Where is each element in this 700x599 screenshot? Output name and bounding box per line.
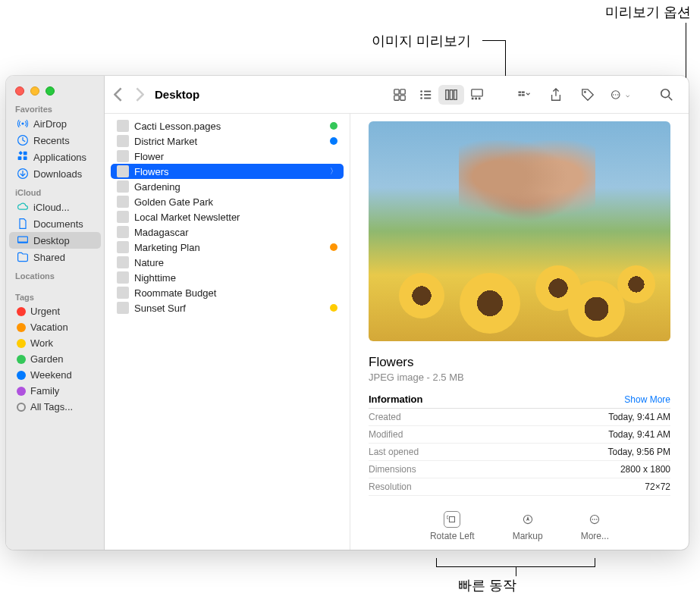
svg-rect-18 <box>424 97 431 99</box>
sidebar-item-desktop[interactable]: Desktop <box>9 232 101 249</box>
download-icon <box>17 168 29 180</box>
more-icon <box>586 511 603 528</box>
back-button[interactable] <box>114 89 122 101</box>
file-row[interactable]: Cacti Lesson.pages <box>111 118 344 133</box>
svg-rect-36 <box>450 517 455 522</box>
file-row[interactable]: Nature <box>111 255 344 270</box>
svg-rect-3 <box>18 156 22 160</box>
forward-button[interactable] <box>136 89 144 101</box>
rotate-button[interactable]: Rotate Left <box>430 511 475 541</box>
sidebar-tag-garden[interactable]: Garden <box>9 351 101 367</box>
annotation-line <box>482 40 505 41</box>
file-name: Madagascar <box>134 227 337 238</box>
sidebar-item-label: iCloud... <box>33 202 70 213</box>
sidebar-tag-family[interactable]: Family <box>9 383 101 399</box>
maximize-button[interactable] <box>46 86 55 96</box>
file-row[interactable]: Golden Gate Park <box>111 194 344 209</box>
list-view-button[interactable] <box>413 85 438 105</box>
file-row[interactable]: Gardening <box>111 179 344 194</box>
sidebar-item-label: AirDrop <box>33 118 67 130</box>
minimize-button[interactable] <box>30 86 39 96</box>
show-more-button[interactable]: Show More <box>624 394 670 405</box>
clock-icon <box>17 134 29 146</box>
content-area: Cacti Lesson.pagesDistrict MarketFlowerF… <box>105 114 689 550</box>
tag-dot-icon <box>17 371 26 380</box>
file-row[interactable]: District Market <box>111 133 344 149</box>
close-button[interactable] <box>15 86 24 96</box>
file-row[interactable]: Nighttime <box>111 270 344 285</box>
file-tag-icon <box>330 122 337 130</box>
file-name: Flower <box>134 151 337 162</box>
file-name: Gardening <box>134 181 337 193</box>
svg-point-13 <box>420 90 422 93</box>
group-button[interactable] <box>511 85 537 105</box>
info-label: Created <box>369 412 401 422</box>
annotation-quick-actions: 빠른 동작 <box>458 576 516 594</box>
svg-rect-16 <box>424 94 431 96</box>
file-row[interactable]: Flowers〉 <box>111 164 344 179</box>
info-value: 2800 x 1800 <box>620 464 670 475</box>
file-icon <box>117 241 129 253</box>
view-mode-group <box>387 85 490 105</box>
svg-point-15 <box>420 93 422 96</box>
gallery-view-button[interactable] <box>464 85 490 105</box>
file-icon <box>117 211 129 223</box>
sidebar-tag-weekend[interactable]: Weekend <box>9 367 101 383</box>
finder-window: Favorites AirDropRecentsApplicationsDown… <box>6 76 689 550</box>
sidebar-item-recents[interactable]: Recents <box>9 132 101 149</box>
svg-rect-9 <box>394 89 399 93</box>
file-row[interactable]: Madagascar <box>111 224 344 240</box>
sidebar-tag-work[interactable]: Work <box>9 335 101 351</box>
svg-rect-19 <box>446 89 449 99</box>
file-row[interactable]: Sunset Surf <box>111 300 344 315</box>
main-area: Desktop ⌵ Cacti Lesson.pagesDistrict Mar… <box>105 76 689 550</box>
info-row: Last openedToday, 9:56 PM <box>369 444 670 461</box>
file-icon <box>117 150 129 162</box>
tags-button[interactable] <box>575 85 601 105</box>
info-value: Today, 9:56 PM <box>608 447 671 457</box>
annotation-line <box>686 23 686 85</box>
action-button[interactable]: ⌵ <box>607 85 633 105</box>
search-button[interactable] <box>654 85 680 105</box>
sidebar-item-icloud-[interactable]: iCloud... <box>9 199 101 215</box>
more-button[interactable]: More... <box>581 511 609 541</box>
file-row[interactable]: Marketing Plan <box>111 240 344 255</box>
svg-rect-28 <box>519 94 522 96</box>
annotation-preview-options: 미리보기 옵션 <box>605 3 691 21</box>
preview-image[interactable] <box>369 121 670 341</box>
column-view-button[interactable] <box>438 85 464 105</box>
sidebar-tag-vacation[interactable]: Vacation <box>9 319 101 335</box>
markup-button[interactable]: Markup <box>513 511 543 541</box>
sidebar-item-shared[interactable]: Shared <box>9 249 101 265</box>
sidebar-item-documents[interactable]: Documents <box>9 215 101 232</box>
file-row[interactable]: Local Market Newsletter <box>111 209 344 224</box>
sidebar-item-label: All Tags... <box>30 401 73 412</box>
share-button[interactable] <box>543 85 569 105</box>
file-icon <box>117 256 129 268</box>
file-tag-icon <box>330 137 337 145</box>
traffic-lights <box>6 76 104 99</box>
qa-label: Markup <box>513 531 543 541</box>
svg-rect-4 <box>24 156 27 160</box>
tag-dot-icon <box>17 339 26 348</box>
annotation-line <box>516 567 516 576</box>
svg-rect-21 <box>454 89 457 99</box>
file-name: Sunset Surf <box>134 303 325 314</box>
sidebar-tag-all-tags-[interactable]: All Tags... <box>9 399 101 415</box>
sidebar-item-airdrop[interactable]: AirDrop <box>9 115 101 132</box>
sidebar-tag-urgent[interactable]: Urgent <box>9 303 101 319</box>
annotation-image-preview: 이미지 미리보기 <box>372 32 471 50</box>
sidebar-item-applications[interactable]: Applications <box>9 149 101 165</box>
file-row[interactable]: Roommate Budget <box>111 285 344 300</box>
file-name: Nature <box>134 257 337 268</box>
icon-view-button[interactable] <box>387 85 413 105</box>
svg-point-33 <box>615 94 617 96</box>
markup-icon <box>520 511 536 528</box>
info-row: CreatedToday, 9:41 AM <box>369 409 670 426</box>
file-icon <box>117 226 129 238</box>
info-label: Dimensions <box>369 464 416 475</box>
sidebar-item-label: Documents <box>33 218 83 230</box>
sidebar-item-downloads[interactable]: Downloads <box>9 165 101 182</box>
file-row[interactable]: Flower <box>111 149 344 164</box>
desktop-icon <box>17 234 29 246</box>
